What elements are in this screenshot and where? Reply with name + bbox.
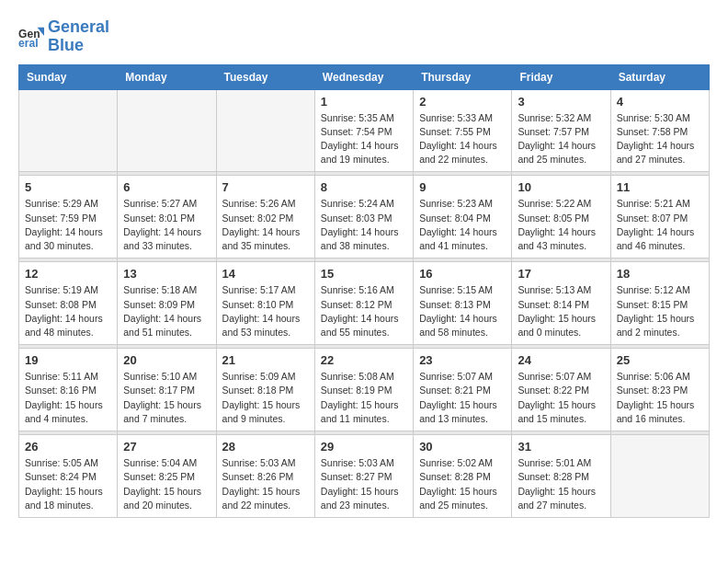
day-info: Sunrise: 5:19 AM Sunset: 8:08 PM Dayligh… <box>25 283 111 339</box>
calendar-week-1: 1Sunrise: 5:35 AM Sunset: 7:54 PM Daylig… <box>19 89 710 172</box>
day-number: 15 <box>321 267 407 281</box>
day-number: 21 <box>222 353 309 367</box>
day-number: 7 <box>222 180 309 194</box>
day-info: Sunrise: 5:06 AM Sunset: 8:23 PM Dayligh… <box>617 370 703 426</box>
calendar-day: 20Sunrise: 5:10 AM Sunset: 8:17 PM Dayli… <box>118 349 216 431</box>
calendar-day <box>19 89 118 172</box>
calendar-day: 22Sunrise: 5:08 AM Sunset: 8:19 PM Dayli… <box>314 349 413 431</box>
day-info: Sunrise: 5:07 AM Sunset: 8:22 PM Dayligh… <box>518 370 604 426</box>
calendar-day: 2Sunrise: 5:33 AM Sunset: 7:55 PM Daylig… <box>414 89 512 172</box>
calendar-week-4: 19Sunrise: 5:11 AM Sunset: 8:16 PM Dayli… <box>19 349 710 431</box>
calendar-day: 12Sunrise: 5:19 AM Sunset: 8:08 PM Dayli… <box>19 262 118 345</box>
calendar-day: 23Sunrise: 5:07 AM Sunset: 8:21 PM Dayli… <box>414 349 512 431</box>
calendar-day <box>118 89 216 172</box>
day-number: 22 <box>321 353 407 367</box>
logo-text: GeneralBlue <box>48 18 109 55</box>
day-info: Sunrise: 5:01 AM Sunset: 8:28 PM Dayligh… <box>518 456 604 512</box>
day-number: 5 <box>25 180 111 194</box>
day-number: 10 <box>518 180 604 194</box>
calendar-header-row: SundayMondayTuesdayWednesdayThursdayFrid… <box>19 64 710 89</box>
logo: Gen eral GeneralBlue <box>18 18 109 55</box>
day-info: Sunrise: 5:29 AM Sunset: 7:59 PM Dayligh… <box>25 197 111 253</box>
calendar-day: 1Sunrise: 5:35 AM Sunset: 7:54 PM Daylig… <box>314 89 413 172</box>
calendar-day: 29Sunrise: 5:03 AM Sunset: 8:27 PM Dayli… <box>314 435 413 518</box>
day-info: Sunrise: 5:26 AM Sunset: 8:02 PM Dayligh… <box>222 197 309 253</box>
day-number: 17 <box>518 267 604 281</box>
day-info: Sunrise: 5:11 AM Sunset: 8:16 PM Dayligh… <box>25 370 111 426</box>
day-info: Sunrise: 5:03 AM Sunset: 8:27 PM Dayligh… <box>321 456 407 512</box>
day-info: Sunrise: 5:17 AM Sunset: 8:10 PM Dayligh… <box>222 283 309 339</box>
calendar-day: 13Sunrise: 5:18 AM Sunset: 8:09 PM Dayli… <box>118 262 216 345</box>
day-header-saturday: Saturday <box>610 64 709 89</box>
svg-text:eral: eral <box>18 37 39 50</box>
calendar-day: 17Sunrise: 5:13 AM Sunset: 8:14 PM Dayli… <box>512 262 610 345</box>
day-header-monday: Monday <box>118 64 216 89</box>
day-info: Sunrise: 5:07 AM Sunset: 8:21 PM Dayligh… <box>419 370 506 426</box>
calendar-day: 9Sunrise: 5:23 AM Sunset: 8:04 PM Daylig… <box>414 176 512 259</box>
day-info: Sunrise: 5:03 AM Sunset: 8:26 PM Dayligh… <box>222 456 309 512</box>
day-info: Sunrise: 5:21 AM Sunset: 8:07 PM Dayligh… <box>617 197 703 253</box>
day-number: 12 <box>25 267 111 281</box>
day-info: Sunrise: 5:24 AM Sunset: 8:03 PM Dayligh… <box>321 197 407 253</box>
day-number: 23 <box>419 353 506 367</box>
day-header-friday: Friday <box>512 64 610 89</box>
day-info: Sunrise: 5:16 AM Sunset: 8:12 PM Dayligh… <box>321 283 407 339</box>
day-info: Sunrise: 5:08 AM Sunset: 8:19 PM Dayligh… <box>321 370 407 426</box>
day-number: 20 <box>123 353 210 367</box>
day-number: 1 <box>321 95 407 109</box>
calendar-day: 4Sunrise: 5:30 AM Sunset: 7:58 PM Daylig… <box>610 89 709 172</box>
day-number: 25 <box>617 353 703 367</box>
calendar-day: 3Sunrise: 5:32 AM Sunset: 7:57 PM Daylig… <box>512 89 610 172</box>
calendar-day: 21Sunrise: 5:09 AM Sunset: 8:18 PM Dayli… <box>216 349 314 431</box>
day-number: 16 <box>419 267 506 281</box>
day-header-wednesday: Wednesday <box>314 64 413 89</box>
page-header: Gen eral GeneralBlue <box>18 18 710 55</box>
day-info: Sunrise: 5:05 AM Sunset: 8:24 PM Dayligh… <box>25 456 111 512</box>
day-info: Sunrise: 5:10 AM Sunset: 8:17 PM Dayligh… <box>123 370 210 426</box>
day-info: Sunrise: 5:33 AM Sunset: 7:55 PM Dayligh… <box>419 111 506 167</box>
day-number: 28 <box>222 440 309 454</box>
calendar-day: 8Sunrise: 5:24 AM Sunset: 8:03 PM Daylig… <box>314 176 413 259</box>
calendar-day: 28Sunrise: 5:03 AM Sunset: 8:26 PM Dayli… <box>216 435 314 518</box>
day-number: 27 <box>123 440 210 454</box>
calendar-day: 7Sunrise: 5:26 AM Sunset: 8:02 PM Daylig… <box>216 176 314 259</box>
day-number: 26 <box>25 440 111 454</box>
day-number: 11 <box>617 180 703 194</box>
calendar-day: 18Sunrise: 5:12 AM Sunset: 8:15 PM Dayli… <box>610 262 709 345</box>
day-number: 31 <box>518 440 604 454</box>
calendar-day: 6Sunrise: 5:27 AM Sunset: 8:01 PM Daylig… <box>118 176 216 259</box>
calendar-week-2: 5Sunrise: 5:29 AM Sunset: 7:59 PM Daylig… <box>19 176 710 259</box>
day-number: 14 <box>222 267 309 281</box>
calendar-day <box>216 89 314 172</box>
day-number: 6 <box>123 180 210 194</box>
day-info: Sunrise: 5:04 AM Sunset: 8:25 PM Dayligh… <box>123 456 210 512</box>
day-number: 18 <box>617 267 703 281</box>
day-number: 24 <box>518 353 604 367</box>
calendar-day: 30Sunrise: 5:02 AM Sunset: 8:28 PM Dayli… <box>414 435 512 518</box>
day-info: Sunrise: 5:13 AM Sunset: 8:14 PM Dayligh… <box>518 283 604 339</box>
day-header-sunday: Sunday <box>19 64 118 89</box>
day-info: Sunrise: 5:02 AM Sunset: 8:28 PM Dayligh… <box>419 456 506 512</box>
day-header-tuesday: Tuesday <box>216 64 314 89</box>
calendar-day: 26Sunrise: 5:05 AM Sunset: 8:24 PM Dayli… <box>19 435 118 518</box>
day-number: 8 <box>321 180 407 194</box>
day-info: Sunrise: 5:18 AM Sunset: 8:09 PM Dayligh… <box>123 283 210 339</box>
calendar-week-5: 26Sunrise: 5:05 AM Sunset: 8:24 PM Dayli… <box>19 435 710 518</box>
day-number: 4 <box>617 95 703 109</box>
logo-icon: Gen eral <box>18 24 44 50</box>
day-number: 9 <box>419 180 506 194</box>
calendar-day: 24Sunrise: 5:07 AM Sunset: 8:22 PM Dayli… <box>512 349 610 431</box>
calendar-day: 19Sunrise: 5:11 AM Sunset: 8:16 PM Dayli… <box>19 349 118 431</box>
day-number: 2 <box>419 95 506 109</box>
day-info: Sunrise: 5:35 AM Sunset: 7:54 PM Dayligh… <box>321 111 407 167</box>
calendar-week-3: 12Sunrise: 5:19 AM Sunset: 8:08 PM Dayli… <box>19 262 710 345</box>
day-info: Sunrise: 5:22 AM Sunset: 8:05 PM Dayligh… <box>518 197 604 253</box>
day-info: Sunrise: 5:32 AM Sunset: 7:57 PM Dayligh… <box>518 111 604 167</box>
day-info: Sunrise: 5:30 AM Sunset: 7:58 PM Dayligh… <box>617 111 703 167</box>
day-info: Sunrise: 5:12 AM Sunset: 8:15 PM Dayligh… <box>617 283 703 339</box>
calendar-day: 25Sunrise: 5:06 AM Sunset: 8:23 PM Dayli… <box>610 349 709 431</box>
calendar-day <box>610 435 709 518</box>
day-number: 29 <box>321 440 407 454</box>
day-info: Sunrise: 5:09 AM Sunset: 8:18 PM Dayligh… <box>222 370 309 426</box>
day-number: 19 <box>25 353 111 367</box>
